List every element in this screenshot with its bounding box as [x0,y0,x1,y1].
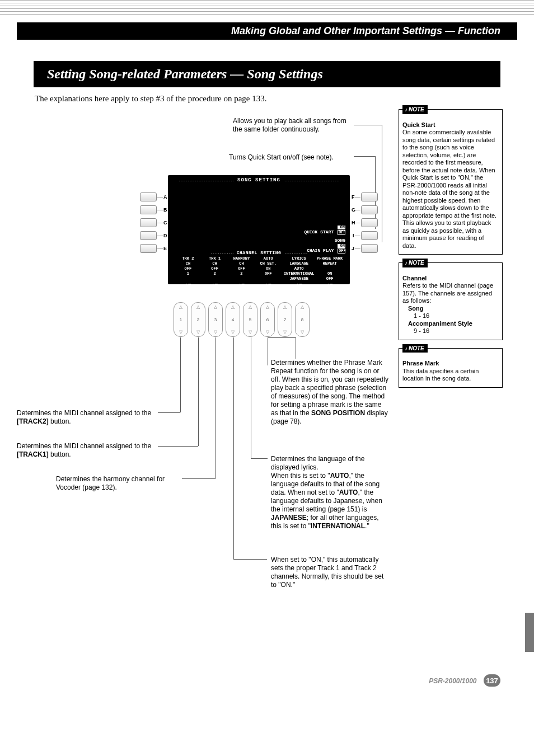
page-number: 137 [484,674,500,687]
note-quick-start: ♪NOTE Quick Start On some commercially a… [399,109,503,255]
side-label: E [163,246,167,251]
lead-line [251,337,251,458]
note-label: ♪NOTE [402,259,428,267]
lead-line [233,337,234,559]
toggle-button[interactable]: △2▽ [191,302,205,337]
up-arrow-icon: △ [249,304,252,309]
side-button-b[interactable] [140,205,157,214]
updown-icon: ▲▼ [316,283,343,288]
diagram-area: ♪NOTE Quick Start On some commercially a… [34,109,500,646]
callout-lyrics-lang: Determines the language of the displayed… [271,455,388,530]
model-label: PSR-2000/1000 [429,677,476,685]
down-arrow-icon: ▽ [214,330,217,335]
down-arrow-icon: ▽ [301,330,304,335]
side-button-f[interactable] [361,192,378,201]
lcd-cols: TRK 2 CH OFF 1 TRK 1 CH OFF 2 HARMONY CH… [175,256,343,281]
updown-icon: ▲▼ [255,283,282,288]
lcd-col: TRK 2 CH OFF 1 [175,256,202,281]
lead-line [382,125,382,242]
down-arrow-icon: ▽ [283,330,287,335]
lead-line [354,125,382,125]
updown-icon: ▲▼ [202,283,228,288]
callout-track1-ch: Determines the MIDI channel assigned to … [17,442,155,459]
note-sub-value: 9 - 16 [414,327,499,335]
toggle-button[interactable]: △6▽ [260,302,275,337]
note-icon: ♪ [405,106,407,112]
notes-column: ♪NOTE Quick Start On some commercially a… [399,109,503,396]
side-button-c[interactable] [140,218,157,227]
toggle-button[interactable]: △1▽ [174,302,188,337]
callout-chainplay: Allows you to play back all songs from t… [233,117,353,134]
side-button-d[interactable] [140,231,157,240]
side-label: D [163,233,167,238]
note-channel: ♪NOTE Channel Refers to the MIDI channel… [399,262,503,340]
main-title: Setting Song-related Parameters — Song S… [47,67,323,81]
note-sub: Accompaniment Style [408,320,472,327]
toggle-button[interactable]: △4▽ [226,302,240,337]
down-arrow-icon: ▽ [266,330,269,335]
toggle-button[interactable]: △3▽ [208,302,223,337]
side-button-h[interactable] [361,218,378,227]
up-arrow-icon: △ [266,304,269,309]
updown-icon: ▲▼ [282,283,316,288]
side-label: J [352,246,354,251]
lead-line [182,478,216,479]
lead-line [296,337,296,359]
lcd-col: PHRASE MARK REPEAT ON OFF [316,256,343,281]
lead-line [198,337,199,446]
side-label: A [163,194,167,200]
note-label: ♪NOTE [402,105,428,114]
intro-text: The explanations here apply to step #3 o… [35,94,500,104]
down-arrow-icon: ▽ [196,330,200,335]
callout-track2-ch: Determines the MIDI channel assigned to … [17,409,155,426]
updown-icon: ▲▼ [228,283,255,288]
lead-line [158,446,198,447]
side-label: I [353,233,354,238]
side-label: C [163,220,167,226]
lead-line [233,559,267,560]
note-sub: Song [408,305,424,312]
up-arrow-icon: △ [283,304,287,309]
lcd-col: AUTO CH SET. ON OFF [255,256,282,281]
note-title: Phrase Mark [402,360,439,367]
toggle-button[interactable]: △5▽ [243,302,257,337]
lead-line [268,337,268,365]
updown-icon: ▲▼ [175,283,202,288]
toggle-button[interactable]: △8▽ [295,302,310,337]
page-footer: PSR-2000/1000 137 [0,674,534,687]
lcd-quickstart: QUICK START ON OFF [304,224,345,235]
side-label: B [163,207,167,213]
callout-auto-ch-set: When set to "ON," this automatically set… [271,556,388,589]
lead-line [354,156,375,157]
lcd-screen: ............................... SONG SET… [168,175,350,284]
note-title: Channel [402,275,427,281]
lcd-channel-setting: ............. CHANNEL SETTING ..........… [175,250,343,288]
note-body: Refers to the MIDI channel (page 157). T… [402,282,493,304]
lead-line [180,337,181,412]
side-button-i[interactable] [361,231,378,240]
note-title: Quick Start [402,121,435,128]
breadcrumb: Making Global and Other Important Settin… [231,25,517,37]
lcd-col: TRK 1 CH OFF 2 [202,256,228,281]
note-icon: ♪ [405,345,407,351]
side-button-g[interactable] [361,205,378,214]
note-body: On some commercially available song data… [402,129,496,249]
page-side-tab [525,613,534,652]
lcd-col: HARMONY CH OFF 2 [228,256,255,281]
main-title-bar: Setting Song-related Parameters — Song S… [34,61,500,87]
callout-harmony-ch: Determines the harmony channel for Vocod… [56,475,179,492]
toggle-button[interactable]: △7▽ [278,302,292,337]
note-icon: ♪ [405,260,407,266]
up-arrow-icon: △ [196,304,200,309]
up-arrow-icon: △ [301,304,304,309]
note-label: ♪NOTE [402,344,428,353]
page-top-rule [0,0,534,16]
side-button-a[interactable] [140,192,157,201]
lead-line [158,412,180,413]
callout-phrase-mark-repeat: Determines whether the Phrase Mark Repea… [271,359,388,426]
side-button-e[interactable] [140,244,157,253]
lead-line [216,337,216,478]
side-button-j[interactable] [361,244,378,253]
side-label: H [352,220,355,226]
up-arrow-icon: △ [179,304,182,309]
